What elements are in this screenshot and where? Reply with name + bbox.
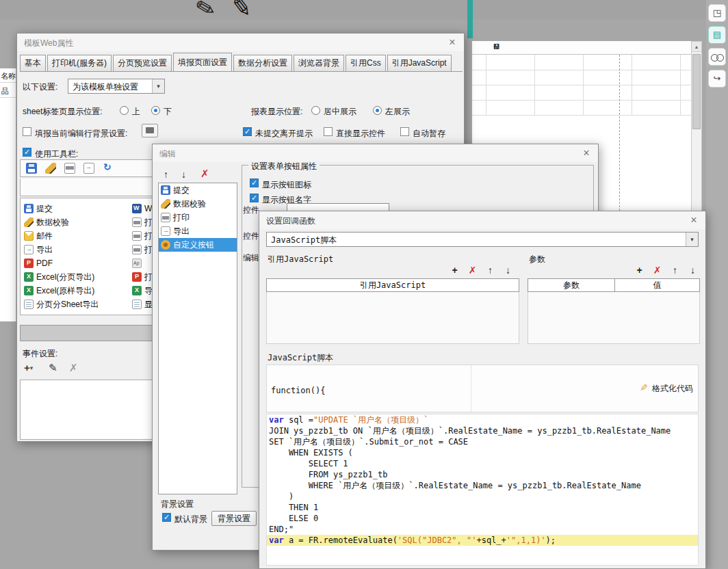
link-button[interactable] [708, 48, 726, 66]
add-button[interactable]: + [450, 265, 460, 276]
delete-event-button[interactable]: ✗ [69, 362, 78, 374]
list-item-提交[interactable]: 提交 [159, 183, 237, 197]
tab-打印机(服务器)[interactable]: 打印机(服务器) [47, 55, 112, 71]
radio-sheet-top-label: 上 [132, 106, 140, 118]
save-icon[interactable] [26, 163, 37, 174]
import-button[interactable]: ↪ [708, 70, 726, 88]
ref-js-table-body[interactable] [266, 292, 519, 344]
list-item-label: 提交 [173, 185, 190, 196]
delete-button[interactable]: ✗ [200, 168, 209, 180]
list-item-自定义按钮[interactable]: 自定义按钮 [159, 238, 237, 252]
format-code-button[interactable]: ✎ 格式化代码 [640, 382, 693, 395]
radio-sheet-bottom[interactable] [151, 106, 160, 115]
export-icon[interactable] [83, 163, 94, 174]
checkbox-show-button-name[interactable] [250, 194, 259, 202]
radio-report-left[interactable] [373, 106, 382, 115]
tab-分页预览设置[interactable]: 分页预览设置 [113, 55, 172, 71]
sheet-icon [24, 300, 34, 309]
dlg1-tabs: 基本打印机(服务器)分页预览设置填报页面设置数据分析设置浏览器背景引用Css引用… [20, 53, 463, 72]
list-item-提交[interactable]: 提交 [24, 202, 132, 215]
scroll-up-button[interactable]: ▲ [692, 42, 701, 52]
close-icon[interactable]: × [686, 213, 701, 227]
code-area[interactable]: var sql ="UPDATE `用户名（项目级）`JOIN ys_pzzb1… [266, 414, 699, 566]
list-item-分页分Sheet导出[interactable]: 分页分Sheet导出 [24, 297, 132, 311]
tab-引用JavaScript[interactable]: 引用JavaScript [387, 55, 452, 71]
list-item-数据校验[interactable]: 数据校验 [159, 197, 237, 211]
dialog-titlebar[interactable]: 设置回调函数 × [259, 211, 705, 229]
column-header-P[interactable]: P [472, 42, 521, 51]
dialog-titlebar[interactable]: 编辑 × [153, 144, 598, 162]
scope-select[interactable]: 为该模板单独设置 ▾ [68, 79, 165, 94]
radio-sheet-top[interactable] [120, 106, 129, 115]
panel-toggle-button[interactable]: ▤ [708, 26, 726, 44]
bg-settings-button[interactable]: 背景设置 [211, 511, 257, 526]
open-window-button[interactable]: ◳ [708, 4, 726, 22]
list-item-导出[interactable]: 导出 [159, 224, 237, 238]
move-down-button[interactable]: ↓ [181, 169, 186, 180]
edit-event-button[interactable]: ✎ [49, 362, 57, 374]
add-button[interactable]: + [634, 265, 645, 276]
code-line[interactable]: ELSE 0 [267, 513, 698, 524]
desktop: ✎ ✎ MNOP ▲ 名称 品 ◳ ▤ ↪ 模板Web属性 × [0, 0, 728, 569]
tab-浏览器背景[interactable]: 浏览器背景 [294, 55, 344, 71]
list-item-导出[interactable]: 导出 [24, 243, 132, 256]
list-item-Excel(分页导出)[interactable]: Excel(分页导出) [24, 270, 132, 284]
list-item-Excel(原样导出)[interactable]: Excel(原样导出) [24, 284, 132, 297]
code-line[interactable]: ) [267, 491, 698, 502]
tab-基本[interactable]: 基本 [20, 55, 46, 71]
checkbox-use-toolbar[interactable] [23, 148, 31, 157]
panel-grid-icon: ▤ [713, 29, 721, 40]
delete-button[interactable]: ✗ [652, 265, 662, 276]
code-line[interactable]: WHERE `用户名（项目级）`.RealEstate_Name = ys_pz… [267, 480, 698, 491]
tab-引用Css[interactable]: 引用Css [346, 55, 386, 71]
radio-report-center[interactable] [311, 106, 320, 115]
app-toolbar: ✎ ✎ [0, 0, 728, 19]
excel-icon [24, 286, 34, 295]
checkbox-show-button-icon[interactable] [250, 178, 259, 187]
checkbox-edit-row-bg[interactable] [23, 127, 31, 136]
code-line[interactable]: var sql ="UPDATE `用户名（项目级）` [267, 414, 698, 425]
close-icon[interactable]: × [445, 36, 460, 49]
bg-picker-button[interactable] [142, 124, 158, 137]
list-item-打印[interactable]: 打印 [159, 211, 237, 224]
tab-数据分析设置[interactable]: 数据分析设置 [233, 55, 292, 71]
checkbox-show-widget[interactable] [324, 127, 333, 136]
list-item-label: 打印 [173, 212, 190, 224]
move-up-button[interactable]: ↑ [164, 169, 168, 180]
delete-button[interactable]: ✗ [467, 265, 478, 276]
checkbox-default-bg[interactable] [162, 513, 171, 522]
show-widget-label: 直接显示控件 [336, 128, 385, 140]
move-up-button[interactable]: ↑ [485, 265, 495, 276]
ref-js-label: 引用JavaScript [268, 254, 333, 265]
code-line[interactable]: var a = FR.remoteEvaluate('SQL("JDBC2", … [267, 535, 698, 546]
print-icon[interactable] [64, 163, 75, 174]
verify-icon[interactable] [45, 163, 56, 174]
callback-type-select[interactable]: JavaScript脚本 ▾ [266, 232, 699, 247]
list-item-PDF[interactable]: PDF [24, 256, 132, 270]
list-item-邮件[interactable]: 邮件 [24, 229, 132, 243]
divider [471, 365, 471, 412]
code-line[interactable]: SELECT 1 [267, 458, 698, 469]
param-table-body[interactable] [528, 292, 700, 344]
code-line[interactable]: END;" [267, 524, 698, 535]
code-line[interactable]: SET `用户名（项目级）`.Submit_or_not = CASE [267, 436, 698, 447]
code-line[interactable]: JOIN ys_pzzb1_tb ON `用户名（项目级）`.RealEstat… [267, 425, 698, 436]
move-down-button[interactable]: ↓ [503, 265, 513, 276]
dialog-titlebar[interactable]: 模板Web属性 × [17, 34, 464, 51]
checkbox-leave-prompt[interactable] [243, 127, 252, 136]
list-item-数据校验[interactable]: 数据校验 [24, 215, 132, 229]
checkbox-autosave[interactable] [400, 127, 409, 136]
refresh-icon[interactable] [103, 163, 114, 174]
chevron-down-icon[interactable]: ▾ [152, 79, 164, 93]
code-line[interactable]: FROM ys_pzzb1_tb [267, 469, 698, 480]
chevron-down-icon[interactable]: ▾ [686, 233, 698, 246]
move-up-button[interactable]: ↑ [670, 265, 680, 276]
move-down-button[interactable]: ↓ [688, 265, 698, 276]
tab-填报页面设置[interactable]: 填报页面设置 [173, 53, 232, 72]
scrollbar-thumb[interactable] [692, 54, 701, 129]
add-event-button[interactable]: +▾ [24, 362, 33, 373]
code-line[interactable]: WHEN EXISTS ( [267, 447, 698, 458]
close-icon[interactable]: × [579, 146, 594, 160]
list-item-label: PDF [36, 259, 53, 268]
code-line[interactable]: THEN 1 [267, 502, 698, 513]
